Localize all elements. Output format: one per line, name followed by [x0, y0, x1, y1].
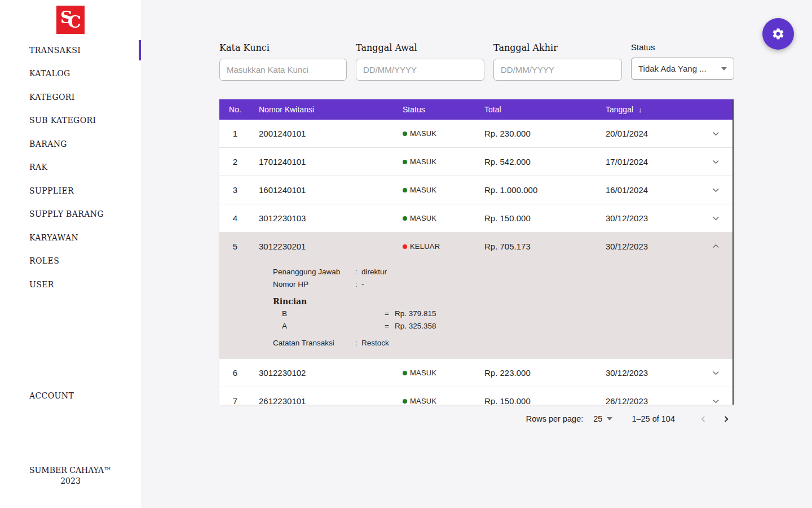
table-row[interactable]: 63012230102MASUKRp. 223.00030/12/2023 [219, 359, 732, 387]
status-label: Status [631, 42, 734, 52]
table-row-main[interactable]: 72612230101MASUKRp. 150.00026/12/2023 [219, 387, 732, 405]
brand-year: 2023 [0, 476, 141, 487]
filter-bar: Kata Kunci Tanggal Awal Tanggal Akhir St… [219, 42, 743, 81]
rincian-item-value: Rp. 325.358 [395, 320, 436, 332]
table-row-main[interactable]: 63012230102MASUKRp. 223.00030/12/2023 [219, 359, 732, 387]
rincian-item-separator: = [385, 320, 395, 332]
table-row-main[interactable]: 53012230201KELUARRp. 705.17330/12/2023 [219, 233, 732, 260]
col-header-no[interactable]: No. [219, 105, 251, 114]
brand-name: SUMBER CAHAYA™ [0, 465, 141, 476]
sidebar-item-supply-barang[interactable]: SUPPLY BARANG [0, 203, 141, 226]
status-text: MASUK [410, 214, 436, 222]
row-expand-chevron[interactable] [699, 129, 732, 138]
table-header: No. Nomor Kwitansi Status Total Tanggal↓ [219, 99, 732, 120]
row-nomor-kwitansi: 3012230201 [251, 242, 395, 251]
col-header-tanggal[interactable]: Tanggal↓ [598, 105, 699, 114]
table-row[interactable]: 31601240101MASUKRp. 1.000.00016/01/2024 [219, 176, 732, 204]
transactions-table: No. Nomor Kwitansi Status Total Tanggal↓… [219, 99, 734, 405]
sort-descending-icon[interactable]: ↓ [638, 106, 642, 114]
row-tanggal: 17/01/2024 [598, 157, 699, 167]
date-end-input[interactable] [493, 59, 622, 81]
detail-field-separator: : [355, 266, 361, 278]
sidebar-item-kategori[interactable]: KATEGORI [0, 85, 141, 109]
filter-keyword: Kata Kunci [219, 42, 347, 81]
row-tanggal: 20/01/2024 [598, 129, 699, 138]
chevron-down-icon [712, 157, 720, 166]
detail-note-separator: : [355, 337, 361, 349]
sidebar-item-account[interactable]: ACCOUNT [0, 384, 141, 408]
row-tanggal: 26/12/2023 [598, 396, 699, 405]
status-dot-green-icon [403, 132, 407, 136]
status-select[interactable]: Tidak Ada Yang ... [631, 58, 734, 80]
status-dot-green-icon [403, 371, 407, 375]
col-header-nomor-kwitansi[interactable]: Nomor Kwitansi [251, 105, 395, 114]
logo-letter-c: C [68, 14, 81, 30]
chevron-down-icon [607, 417, 612, 421]
company-logo: S C [56, 6, 85, 34]
table-row-main[interactable]: 21701240101MASUKRp. 542.00017/01/2024 [219, 148, 732, 176]
table-row[interactable]: 12001240101MASUKRp. 230.00020/01/2024 [219, 120, 732, 148]
row-tanggal: 30/12/2023 [598, 213, 699, 223]
row-number: 1 [219, 129, 251, 138]
sidebar-item-rak[interactable]: RAK [0, 156, 141, 179]
previous-page-button[interactable] [695, 411, 711, 427]
detail-note-label: Catatan Transaksi [273, 337, 355, 349]
table-row[interactable]: 21701240101MASUKRp. 542.00017/01/2024 [219, 148, 732, 176]
table-row-main[interactable]: 31601240101MASUKRp. 1.000.00016/01/2024 [219, 176, 732, 204]
chevron-down-icon [712, 397, 720, 405]
rows-per-page-select[interactable]: 25 [593, 414, 612, 423]
sidebar-item-transaksi[interactable]: TRANSAKSI [0, 38, 141, 62]
sidebar-item-user[interactable]: USER [0, 273, 141, 296]
row-nomor-kwitansi: 3012230102 [251, 368, 395, 378]
rincian-title: Rincian [273, 297, 732, 306]
detail-field-value: - [361, 278, 364, 291]
row-number: 2 [219, 157, 251, 167]
sidebar-item-karyawan[interactable]: KARYAWAN [0, 226, 141, 249]
status-text: KELUAR [410, 242, 440, 251]
sidebar-footer: SUMBER CAHAYA™ 2023 [0, 465, 141, 487]
sidebar: S C TRANSAKSIKATALOGKATEGORISUB KATEGORI… [0, 0, 141, 508]
tanggal-header-label: Tanggal [606, 105, 633, 114]
row-status: MASUK [395, 157, 476, 166]
chevron-down-icon [721, 67, 727, 71]
col-header-total[interactable]: Total [476, 105, 598, 114]
table-row[interactable]: 43012230103MASUKRp. 150.00030/12/2023 [219, 204, 732, 233]
next-page-button[interactable] [718, 411, 734, 427]
keyword-label: Kata Kunci [219, 42, 347, 53]
row-expand-chevron[interactable] [699, 186, 732, 194]
row-expand-chevron[interactable] [699, 369, 732, 377]
rincian-item: A=Rp. 325.358 [273, 320, 732, 332]
status-text: MASUK [410, 397, 436, 405]
row-status: MASUK [395, 369, 476, 377]
row-expand-chevron[interactable] [699, 397, 732, 405]
chevron-right-icon [722, 415, 730, 423]
date-start-input[interactable] [356, 59, 484, 81]
row-number: 7 [219, 396, 251, 405]
sidebar-item-barang[interactable]: BARANG [0, 132, 141, 156]
sidebar-item-sub-kategori[interactable]: SUB KATEGORI [0, 109, 141, 133]
row-expand-chevron[interactable] [699, 214, 732, 222]
status-text: MASUK [410, 186, 436, 194]
sidebar-item-supplier[interactable]: SUPPLIER [0, 179, 141, 203]
table-row-main[interactable]: 12001240101MASUKRp. 230.00020/01/2024 [219, 120, 732, 147]
sidebar-item-katalog[interactable]: KATALOG [0, 62, 141, 86]
row-expand-chevron[interactable] [699, 242, 732, 251]
row-number: 3 [219, 185, 251, 195]
row-tanggal: 30/12/2023 [598, 368, 699, 378]
row-expand-chevron[interactable] [699, 157, 732, 166]
row-nomor-kwitansi: 1601240101 [251, 185, 395, 195]
col-header-status[interactable]: Status [395, 105, 476, 114]
settings-fab-button[interactable] [762, 18, 794, 50]
table-row-main[interactable]: 43012230103MASUKRp. 150.00030/12/2023 [219, 204, 732, 232]
sidebar-item-roles[interactable]: ROLES [0, 249, 141, 273]
table-row[interactable]: 72612230101MASUKRp. 150.00026/12/2023 [219, 387, 732, 405]
row-number: 5 [219, 242, 251, 251]
row-total: Rp. 230.000 [476, 129, 598, 138]
filter-date-start: Tanggal Awal [356, 42, 484, 81]
row-number: 4 [219, 213, 251, 223]
table-row[interactable]: 53012230201KELUARRp. 705.17330/12/2023Pe… [219, 233, 732, 359]
keyword-input[interactable] [219, 59, 347, 81]
chevron-down-icon [712, 214, 720, 222]
main-content: Kata Kunci Tanggal Awal Tanggal Akhir St… [141, 0, 812, 508]
rows-per-page-label: Rows per page: [526, 414, 584, 423]
